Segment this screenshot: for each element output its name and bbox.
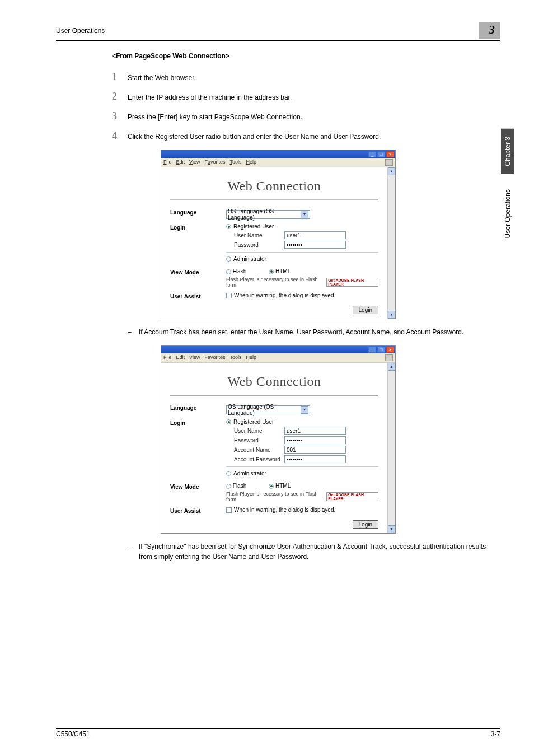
account-name-input[interactable]: 001 xyxy=(284,446,346,454)
flash-text: Flash xyxy=(233,268,246,274)
scroll-up-icon[interactable]: ▲ xyxy=(388,363,395,371)
browser-logo-icon xyxy=(385,159,393,166)
brand-title: Web Connection xyxy=(165,366,384,395)
step-3: 3 Press the [Enter] key to start PageSco… xyxy=(112,110,500,122)
menu-favorites[interactable]: Favorites xyxy=(204,354,225,361)
user-name-input[interactable]: user1 xyxy=(284,427,346,435)
step-num: 1 xyxy=(112,71,128,83)
chevron-down-icon: ▾ xyxy=(301,406,308,414)
registered-user-text: Registered User xyxy=(233,419,274,425)
menu-favorites[interactable]: Favorites xyxy=(204,159,225,166)
user-name-label: User Name xyxy=(226,232,282,239)
header-section: User Operations xyxy=(56,27,105,35)
step-num: 4 xyxy=(112,130,128,142)
scroll-down-icon[interactable]: ▼ xyxy=(388,311,395,319)
step-text: Enter the IP address of the machine in t… xyxy=(128,92,292,102)
html-text: HTML xyxy=(275,268,291,274)
registered-user-text: Registered User xyxy=(233,223,274,230)
flash-player-badge[interactable]: Get ADOBE FLASH PLAYER xyxy=(326,492,378,501)
step-num: 2 xyxy=(112,91,128,102)
user-assist-text: When in warning, the dialog is displayed… xyxy=(234,507,335,513)
language-select[interactable]: OS Language (OS Language) ▾ xyxy=(226,405,310,414)
login-label: Login xyxy=(170,223,226,231)
registered-user-radio[interactable] xyxy=(226,419,231,424)
menu-help[interactable]: Help xyxy=(246,354,256,361)
menu-tools[interactable]: Tools xyxy=(229,159,241,166)
user-name-label: User Name xyxy=(226,428,282,434)
administrator-radio[interactable] xyxy=(226,256,231,262)
view-mode-label: View Mode xyxy=(170,483,226,490)
minimize-button[interactable]: _ xyxy=(368,151,376,157)
html-radio[interactable] xyxy=(269,484,274,489)
login-button[interactable]: Login xyxy=(353,306,378,314)
account-password-input[interactable]: •••••••• xyxy=(284,455,346,463)
footer-page: 3-7 xyxy=(491,730,500,738)
language-select[interactable]: OS Language (OS Language) ▾ xyxy=(226,210,310,219)
user-assist-label: User Assist xyxy=(170,292,226,300)
step-text: Press the [Enter] key to start PageScope… xyxy=(128,112,302,122)
step-text: Start the Web browser. xyxy=(128,73,196,83)
user-assist-checkbox[interactable] xyxy=(226,293,232,298)
divider xyxy=(170,199,378,200)
window-titlebar: _ □ × xyxy=(161,150,395,158)
view-mode-label: View Mode xyxy=(170,268,226,276)
scroll-up-icon[interactable]: ▲ xyxy=(388,167,395,175)
brand-title: Web Connection xyxy=(165,171,384,199)
menu-view[interactable]: View xyxy=(189,354,200,361)
page-header: User Operations 3 xyxy=(56,22,500,41)
login-label: Login xyxy=(170,419,226,426)
user-assist-checkbox[interactable] xyxy=(226,507,232,513)
administrator-radio[interactable] xyxy=(226,471,231,476)
flash-text: Flash xyxy=(233,483,246,489)
login-button[interactable]: Login xyxy=(353,520,378,529)
menu-view[interactable]: View xyxy=(189,159,200,166)
menu-edit[interactable]: Edit xyxy=(176,354,185,361)
password-input[interactable]: •••••••• xyxy=(284,436,346,444)
maximize-button[interactable]: □ xyxy=(377,347,385,353)
scrollbar-vertical[interactable]: ▲ ▼ xyxy=(387,363,395,533)
browser-menubar: File Edit View Favorites Tools Help xyxy=(161,158,395,167)
divider xyxy=(226,252,378,253)
flash-radio[interactable] xyxy=(226,484,231,489)
flash-player-badge[interactable]: Get ADOBE FLASH PLAYER xyxy=(326,278,378,287)
flash-radio[interactable] xyxy=(226,269,231,274)
menu-help[interactable]: Help xyxy=(246,159,256,166)
browser-menubar: File Edit View Favorites Tools Help xyxy=(161,353,395,363)
close-button[interactable]: × xyxy=(386,347,394,353)
page-footer: C550/C451 3-7 xyxy=(56,728,500,738)
scrollbar-vertical[interactable]: ▲ ▼ xyxy=(387,167,395,319)
side-tab-chapter: Chapter 3 xyxy=(501,129,514,174)
header-chapter-badge: 3 xyxy=(479,22,500,39)
password-label: Password xyxy=(226,242,282,248)
scroll-down-icon[interactable]: ▼ xyxy=(388,525,395,533)
menu-tools[interactable]: Tools xyxy=(229,354,241,361)
close-button[interactable]: × xyxy=(386,151,394,157)
browser-logo-icon xyxy=(385,354,393,361)
step-4: 4 Click the Registered User radio button… xyxy=(112,130,500,142)
menu-edit[interactable]: Edit xyxy=(176,159,185,166)
language-label: Language xyxy=(170,404,226,411)
administrator-text: Administrator xyxy=(233,256,266,262)
menu-file[interactable]: File xyxy=(163,159,172,166)
registered-user-radio[interactable] xyxy=(226,224,231,229)
account-password-label: Account Password xyxy=(226,456,282,463)
password-label: Password xyxy=(226,437,282,444)
user-assist-label: User Assist xyxy=(170,507,226,514)
steps-list: 1 Start the Web browser. 2 Enter the IP … xyxy=(112,71,500,142)
section-title: <From PageScope Web Connection> xyxy=(112,52,500,60)
dash-icon: – xyxy=(128,327,139,337)
user-name-input[interactable]: user1 xyxy=(284,231,346,239)
sub-note-2: – If "Synchronize" has been set for Sync… xyxy=(128,542,500,562)
step-2: 2 Enter the IP address of the machine in… xyxy=(112,91,500,102)
user-assist-text: When in warning, the dialog is displayed… xyxy=(234,292,335,298)
flash-note: Flash Player is necessary to see in Flas… xyxy=(226,277,323,288)
html-radio[interactable] xyxy=(269,269,274,274)
step-1: 1 Start the Web browser. xyxy=(112,71,500,83)
screenshot-login-account: _ □ × File Edit View Favorites Tools Hel… xyxy=(161,345,396,534)
minimize-button[interactable]: _ xyxy=(368,347,376,353)
window-titlebar: _ □ × xyxy=(161,346,395,353)
maximize-button[interactable]: □ xyxy=(377,151,385,157)
password-input[interactable]: •••••••• xyxy=(284,241,346,249)
divider xyxy=(170,395,378,396)
menu-file[interactable]: File xyxy=(163,354,172,361)
